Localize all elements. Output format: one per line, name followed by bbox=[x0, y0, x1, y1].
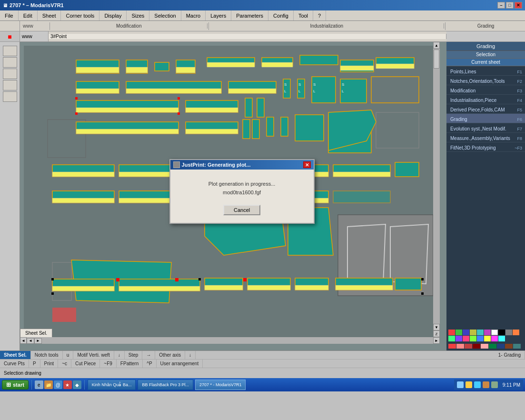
taskbar: ⊞ start e 📁 @ ★ ◆ Kinh Nhân Quả Ba... BB… bbox=[0, 378, 525, 391]
rp-btn-measure[interactable]: Measure.,Assembly,Variants F8 bbox=[446, 133, 525, 142]
tool-btn-4[interactable] bbox=[3, 80, 17, 90]
dialog-overlay: JustPrint: Generating plot... ✕ Plot gen… bbox=[20, 42, 446, 350]
step-label: Step bbox=[125, 351, 143, 359]
tool-btn-5[interactable] bbox=[3, 91, 17, 102]
swatch2-1[interactable] bbox=[448, 344, 456, 349]
extra2-icon[interactable]: ◆ bbox=[73, 380, 81, 389]
tool-btn-3[interactable] bbox=[3, 69, 17, 79]
www-indicator: www bbox=[22, 34, 32, 39]
swatch-light-green[interactable] bbox=[448, 336, 455, 341]
swatch-bright-magenta[interactable] bbox=[491, 336, 498, 341]
system-clock: 9:11 PM bbox=[500, 382, 520, 388]
motif-vert-label: Motif Verti. weft bbox=[73, 351, 114, 359]
swatch-green[interactable] bbox=[456, 330, 462, 335]
swatch-sky[interactable] bbox=[477, 336, 484, 341]
swatch-violet[interactable] bbox=[456, 336, 462, 341]
browser-icon[interactable]: @ bbox=[54, 380, 62, 389]
dialog-title-bar: JustPrint: Generating plot... ✕ bbox=[170, 160, 314, 170]
canvas-area[interactable]: S L S L S L S L bbox=[20, 42, 446, 350]
curve-pts-label: Curve Pts bbox=[0, 360, 29, 368]
modification-label: Modification bbox=[116, 23, 141, 29]
ie-icon[interactable]: e bbox=[35, 380, 43, 389]
point-label: 3#Point bbox=[50, 34, 67, 39]
swatch2-3[interactable] bbox=[465, 344, 472, 349]
justprint-dialog[interactable]: JustPrint: Generating plot... ✕ Plot gen… bbox=[169, 159, 315, 224]
menu-edit[interactable]: Edit bbox=[19, 10, 38, 20]
rp-current-sheet[interactable]: Current sheet bbox=[446, 59, 525, 66]
swatch-pink[interactable] bbox=[463, 336, 469, 341]
swatch-bright-cyan[interactable] bbox=[498, 336, 505, 341]
swatch2-6[interactable] bbox=[489, 344, 496, 349]
swatch-cyan[interactable] bbox=[477, 330, 484, 335]
rp-btn-notches[interactable]: Notches,Orientation,Tools F2 bbox=[446, 76, 525, 85]
red-indicator: ■ bbox=[8, 33, 11, 40]
bottom-status-bar: Selection drawing bbox=[0, 368, 525, 378]
maximize-button[interactable]: □ bbox=[506, 2, 514, 9]
rp-btn-derived-piece[interactable]: Derived Piece,Folds,CAM F5 bbox=[446, 104, 525, 114]
taskbar-kinh-nhan[interactable]: Kinh Nhân Quả Ba... bbox=[88, 380, 136, 390]
swatch-magenta[interactable] bbox=[484, 330, 491, 335]
menu-help[interactable]: ? bbox=[313, 10, 326, 20]
tool-btn-1[interactable] bbox=[3, 46, 17, 56]
swatch-blue[interactable] bbox=[463, 330, 469, 335]
dialog-cancel-button[interactable]: Cancel bbox=[223, 205, 260, 215]
extra-icon[interactable]: ★ bbox=[63, 380, 72, 389]
menu-sizes[interactable]: Sizes bbox=[127, 10, 149, 20]
rp-btn-evolution[interactable]: Evolution syst.,Nest Modif. F7 bbox=[446, 123, 525, 133]
menu-config[interactable]: Config bbox=[268, 10, 294, 20]
other-key: ↓ bbox=[185, 351, 196, 359]
start-icon: ⊞ bbox=[6, 381, 11, 388]
minimize-button[interactable]: – bbox=[497, 2, 505, 9]
window-controls: – □ ✕ bbox=[497, 2, 522, 9]
rp-swatches-area bbox=[446, 328, 525, 350]
rp-btn-points-lines[interactable]: Points,Lines F1 bbox=[446, 66, 525, 76]
menu-selection[interactable]: Selection bbox=[149, 10, 181, 20]
motif-key: ↓ bbox=[114, 351, 125, 359]
swatch2-8[interactable] bbox=[505, 344, 513, 349]
swatch2-7[interactable] bbox=[497, 344, 505, 349]
rp-selection[interactable]: Selection bbox=[446, 51, 525, 59]
swatch2-5[interactable] bbox=[481, 344, 488, 349]
dialog-title: JustPrint: Generating plot... bbox=[182, 162, 251, 168]
start-button[interactable]: ⊞ start bbox=[2, 380, 29, 390]
swatch-red[interactable] bbox=[448, 330, 455, 335]
dialog-body: Plot generation in progress... mod0tra16… bbox=[170, 170, 314, 223]
selection-drawing-label: Selection drawing bbox=[0, 370, 45, 376]
dialog-close-btn[interactable]: ✕ bbox=[303, 161, 311, 168]
swatch-white[interactable] bbox=[491, 330, 498, 335]
menu-layers[interactable]: Layers bbox=[206, 10, 231, 20]
folder-icon[interactable]: 📁 bbox=[44, 380, 53, 389]
systray-icon-4 bbox=[483, 381, 489, 388]
taskbar-flashback[interactable]: BB FlashBack Pro 3 Pl... bbox=[138, 380, 193, 390]
rp-btn-fitnet[interactable]: FitNet,3D Prototyping ~F3 bbox=[446, 142, 525, 152]
menu-corner-tools[interactable]: Corner tools bbox=[61, 10, 99, 20]
menu-file[interactable]: File bbox=[0, 10, 19, 20]
rp-btn-modification[interactable]: Modification F3 bbox=[446, 85, 525, 95]
menu-macro[interactable]: Macro bbox=[181, 10, 206, 20]
tool-btn-2[interactable] bbox=[3, 57, 17, 68]
swatch-yellow[interactable] bbox=[470, 330, 476, 335]
menu-sheet[interactable]: Sheet bbox=[38, 10, 61, 20]
swatch2-2[interactable] bbox=[456, 344, 464, 349]
swatch-lime[interactable] bbox=[470, 336, 476, 341]
swatch-bright-yellow[interactable] bbox=[484, 336, 491, 341]
swatch-gray[interactable] bbox=[505, 330, 512, 335]
rp-btn-industrialisation[interactable]: Industrialisation,Piece F4 bbox=[446, 95, 525, 104]
right-panel: Grading Selection Current sheet Points,L… bbox=[446, 42, 525, 350]
swatch2-9[interactable] bbox=[513, 344, 521, 349]
close-button[interactable]: ✕ bbox=[515, 2, 522, 9]
swatch2-4[interactable] bbox=[473, 344, 480, 349]
taskbar-modaris[interactable]: 2707 * - ModarisV7R1 bbox=[195, 380, 246, 390]
sheet-sel-btn[interactable]: Sheet Sel. bbox=[0, 351, 31, 359]
rp-btn-grading[interactable]: Grading F6 bbox=[446, 114, 525, 123]
menu-display[interactable]: Display bbox=[99, 10, 127, 20]
menu-tool[interactable]: Tool bbox=[294, 10, 313, 20]
swatch-black[interactable] bbox=[498, 330, 505, 335]
menu-parameters[interactable]: Parameters bbox=[231, 10, 268, 20]
system-tray: 9:11 PM bbox=[454, 380, 523, 390]
app-icon: 🖥 bbox=[3, 3, 8, 8]
notch-tools-label: Notch tools bbox=[31, 351, 63, 359]
swatch-orange[interactable] bbox=[513, 330, 519, 335]
cut-piece-label: Cut Piece bbox=[71, 360, 100, 368]
fpattern-label: FPattern bbox=[117, 360, 143, 368]
